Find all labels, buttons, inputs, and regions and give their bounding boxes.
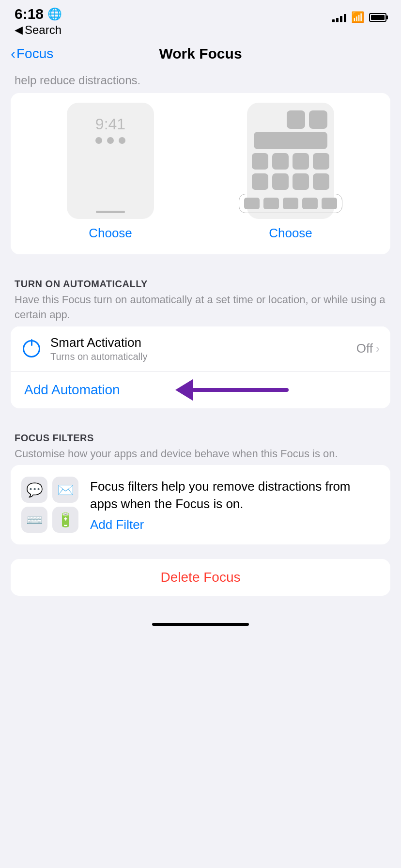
battery-icon xyxy=(369,13,386,22)
grid-icon-7 xyxy=(293,173,309,190)
smart-activation-title: Smart Activation xyxy=(50,335,356,350)
status-right: 📶 xyxy=(332,11,386,24)
focus-filters-subtitle: Customise how your apps and device behav… xyxy=(15,447,386,462)
turn-on-subtitle: Have this Focus turn on automatically at… xyxy=(15,293,386,323)
grid-icon-3 xyxy=(293,153,309,170)
home-indicator xyxy=(0,615,401,636)
home-screen-mockup: Choose xyxy=(247,103,334,241)
chevron-right-icon: › xyxy=(376,342,380,356)
lock-screen-dots xyxy=(95,137,125,144)
home-dock xyxy=(239,194,342,213)
main-content: help reduce distractions. 9:41 Choose xyxy=(0,70,401,596)
smart-activation-value-wrap: Off › xyxy=(356,341,380,356)
app-icons-grid: 💬 ✉️ ⌨️ 🔋 xyxy=(21,477,79,533)
hint-text: help reduce distractions. xyxy=(0,70,401,93)
battery-fill xyxy=(371,15,385,20)
signal-bar-4 xyxy=(344,14,346,22)
home-app-grid xyxy=(252,153,329,190)
arrow-head-icon xyxy=(175,379,193,401)
lock-dot-3 xyxy=(119,137,125,144)
lock-phone-frame: 9:41 xyxy=(67,103,154,219)
smart-activation-text: Smart Activation Turns on automatically xyxy=(50,335,356,362)
dock-icon-5 xyxy=(322,198,337,209)
status-back-row: ◀ Search xyxy=(15,23,62,37)
home-bar xyxy=(152,623,249,626)
page-title: Work Focus xyxy=(159,46,242,62)
turn-on-title: TURN ON AUTOMATICALLY xyxy=(15,279,386,290)
signal-bar-2 xyxy=(336,18,339,22)
lock-dot-1 xyxy=(95,137,102,144)
globe-icon: 🌐 xyxy=(47,7,62,21)
add-automation-row[interactable]: Add Automation xyxy=(11,372,390,408)
status-search-text: Search xyxy=(25,23,62,37)
delete-focus-card[interactable]: Delete Focus xyxy=(11,559,390,596)
grid-icon-1 xyxy=(252,153,268,170)
power-icon-wrap xyxy=(21,339,42,359)
home-widget xyxy=(254,132,327,149)
wifi-icon: 📶 xyxy=(351,11,364,24)
filter-app-icon-battery: 🔋 xyxy=(52,507,78,533)
lock-screen-choose-button[interactable]: Choose xyxy=(89,226,132,241)
filters-description: Focus filters help you remove distractio… xyxy=(90,478,380,513)
add-filter-button[interactable]: Add Filter xyxy=(90,517,380,532)
lock-screen-time: 9:41 xyxy=(95,115,125,133)
home-phone-frame xyxy=(247,103,334,219)
dock-icon-1 xyxy=(244,198,260,209)
focus-filters-section-header: FOCUS FILTERS Customise how your apps an… xyxy=(0,423,401,465)
grid-icon-6 xyxy=(272,173,289,190)
signal-bar-1 xyxy=(332,19,335,22)
grid-icon-8 xyxy=(313,173,329,190)
filter-app-icon-mail: ✉️ xyxy=(52,477,78,503)
lock-screen-mockup: 9:41 Choose xyxy=(67,103,154,241)
nav-header: ‹ Focus Work Focus xyxy=(0,41,401,70)
signal-bar-3 xyxy=(340,16,342,22)
dock-icon-2 xyxy=(263,198,279,209)
signal-bars-icon xyxy=(332,13,346,22)
dock-icon-3 xyxy=(283,198,298,209)
power-icon xyxy=(23,340,40,357)
home-screen-choose-button[interactable]: Choose xyxy=(269,226,312,241)
phone-mockup-card: 9:41 Choose xyxy=(11,93,390,254)
dock-icon-4 xyxy=(302,198,318,209)
home-app-icon-1 xyxy=(287,110,305,129)
status-left: 6:18 🌐 ◀ Search xyxy=(15,7,62,37)
smart-activation-row[interactable]: Smart Activation Turns on automatically … xyxy=(11,326,390,372)
filter-app-icon-messages: 💬 xyxy=(21,477,47,503)
status-time: 6:18 xyxy=(15,7,44,21)
smart-activation-subtitle: Turns on automatically xyxy=(50,351,356,362)
back-label: Focus xyxy=(16,46,53,62)
delete-focus-button[interactable]: Delete Focus xyxy=(161,570,241,585)
turn-on-section-header: TURN ON AUTOMATICALLY Have this Focus tu… xyxy=(0,269,401,326)
grid-icon-2 xyxy=(272,153,289,170)
back-arrow-small-icon: ◀ xyxy=(15,24,23,36)
arrow-annotation xyxy=(175,379,390,401)
lock-dot-2 xyxy=(107,137,114,144)
arrow-line xyxy=(192,388,289,392)
home-top-icons xyxy=(254,110,327,129)
home-app-icon-2 xyxy=(309,110,327,129)
filters-text-wrap: Focus filters help you remove distractio… xyxy=(90,478,380,533)
focus-filters-title: FOCUS FILTERS xyxy=(15,433,386,444)
chevron-left-icon: ‹ xyxy=(11,46,15,62)
focus-filters-card: 💬 ✉️ ⌨️ 🔋 Focus filters help you remove … xyxy=(11,465,390,544)
status-bar: 6:18 🌐 ◀ Search 📶 xyxy=(0,0,401,41)
add-automation-button[interactable]: Add Automation xyxy=(24,382,120,398)
lock-bottom-bar xyxy=(96,211,125,213)
filter-app-icon-keyboard: ⌨️ xyxy=(21,507,47,533)
smart-activation-value: Off xyxy=(356,341,373,356)
grid-icon-4 xyxy=(313,153,329,170)
automation-card: Smart Activation Turns on automatically … xyxy=(11,326,390,408)
grid-icon-5 xyxy=(252,173,268,190)
back-button[interactable]: ‹ Focus xyxy=(11,46,53,62)
